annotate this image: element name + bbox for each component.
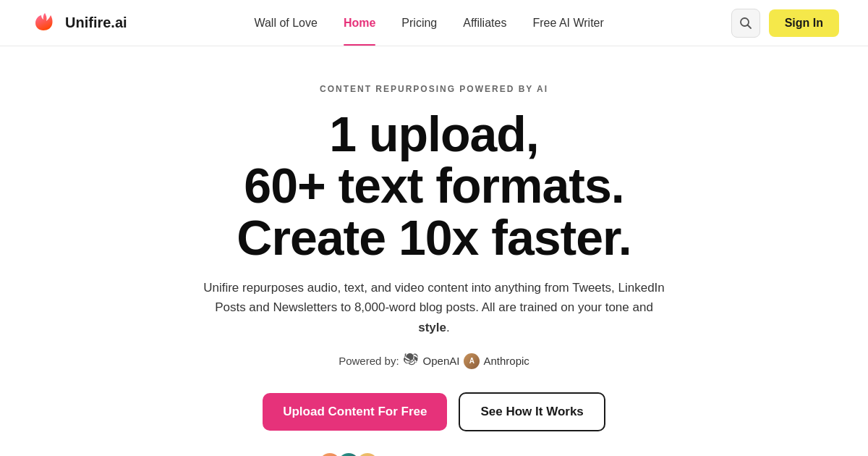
signin-button[interactable]: Sign In [769,9,839,37]
headline-line2: 60+ text formats. [244,158,624,213]
svg-line-2 [747,25,751,28]
nav-home[interactable]: Home [344,17,375,30]
openai-icon [404,353,420,369]
upload-cta-button[interactable]: Upload Content For Free [263,393,447,431]
hero-section: CONTENT REPURPOSING POWERED BY AI 1 uplo… [0,46,868,456]
reviews-row: ★ ★ ★ ★ ★ 4.9 from 122 reviews [318,452,550,456]
search-button[interactable] [731,9,760,38]
hero-subtext: Unifire repurposes audio, text, and vide… [203,278,665,337]
hero-eyebrow: CONTENT REPURPOSING POWERED BY AI [320,84,548,94]
powered-label: Powered by: [339,355,399,367]
headline-line1: 1 upload, [329,106,538,161]
anthropic-badge: A Anthropic [464,353,529,369]
brand-logo[interactable]: Unifire.ai [29,9,127,38]
avatar [355,452,380,456]
brand-name: Unifire.ai [65,14,127,31]
avatar [318,452,342,456]
cta-row: Upload Content For Free See How It Works [263,392,605,431]
openai-badge: OpenAI [404,353,460,369]
nav-links: Wall of Love Home Pricing Affiliates Fre… [254,17,603,30]
openai-label: OpenAI [423,355,460,367]
see-how-button[interactable]: See How It Works [459,392,605,431]
nav-pricing[interactable]: Pricing [401,17,437,30]
logo-icon [29,9,58,38]
avatar-stack [318,452,374,456]
nav-free-ai-writer[interactable]: Free AI Writer [532,17,603,30]
nav-wall-of-love[interactable]: Wall of Love [254,17,317,30]
anthropic-icon: A [464,353,480,369]
search-icon [739,17,752,30]
navbar: Unifire.ai Wall of Love Home Pricing Aff… [0,0,868,46]
navbar-actions: Sign In [731,9,839,38]
anthropic-label: Anthropic [483,355,529,367]
nav-affiliates[interactable]: Affiliates [463,17,506,30]
powered-by-row: Powered by: OpenAI A Anthropic [339,353,529,369]
hero-headline: 1 upload, 60+ text formats. Create 10x f… [237,109,631,263]
avatar [336,452,361,456]
headline-line3: Create 10x faster. [237,210,631,265]
